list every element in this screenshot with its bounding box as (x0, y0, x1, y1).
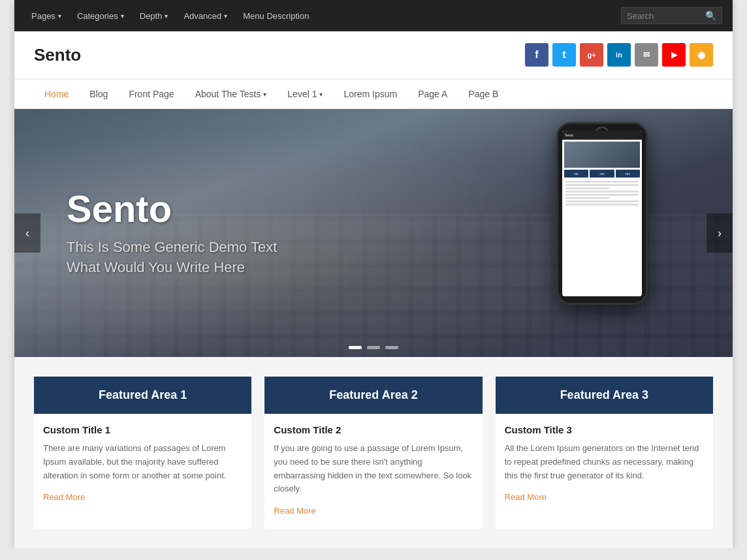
main-nav-page-a[interactable]: Page A (407, 80, 458, 108)
featured-header-2: Featured Area 2 (264, 377, 482, 414)
featured-header-3: Featured Area 3 (496, 377, 713, 414)
phone-body: Sento FA1 FA2 FA3 (556, 122, 648, 305)
slider-dot-1[interactable] (349, 346, 362, 349)
featured-text-2: If you are going to use a passage of Lor… (274, 442, 473, 496)
read-more-3[interactable]: Read More (505, 492, 547, 502)
main-nav: Home Blog Front Page About The Tests ▾ L… (14, 79, 733, 109)
social-linkedin[interactable]: in (607, 43, 631, 67)
main-nav-home[interactable]: Home (34, 80, 79, 108)
hero-phone-mockup: Sento FA1 FA2 FA3 (550, 122, 654, 337)
featured-text-1: There are many variations of passages of… (43, 442, 242, 482)
top-nav-categories[interactable]: Categories ▾ (71, 0, 131, 31)
social-facebook[interactable]: f (525, 43, 548, 67)
top-nav: Pages ▾ Categories ▾ Depth ▾ Advanced ▾ … (14, 0, 733, 31)
read-more-1[interactable]: Read More (43, 492, 85, 502)
site-logo: Sento (34, 45, 81, 65)
phone-screen: Sento FA1 FA2 FA3 (562, 131, 642, 296)
chevron-down-icon: ▾ (165, 12, 168, 20)
featured-text-3: All the Lorem Ipsum generators on the In… (505, 442, 704, 482)
chevron-down-icon: ▾ (319, 91, 323, 98)
featured-title-3: Custom Title 3 (505, 424, 704, 435)
top-nav-search-box: 🔍 (621, 7, 722, 24)
featured-section: Featured Area 1 Custom Title 1 There are… (14, 357, 733, 548)
top-nav-pages[interactable]: Pages ▾ (25, 0, 68, 31)
read-more-2[interactable]: Read More (274, 506, 315, 516)
social-twitter[interactable]: t (552, 43, 576, 67)
main-nav-about-tests[interactable]: About The Tests ▾ (185, 80, 278, 108)
chevron-down-icon: ▾ (224, 12, 227, 20)
chevron-down-icon: ▾ (121, 12, 124, 20)
top-nav-advanced[interactable]: Advanced ▾ (177, 0, 234, 31)
main-nav-blog[interactable]: Blog (79, 80, 118, 108)
search-input[interactable] (627, 11, 705, 21)
main-nav-page-b[interactable]: Page B (458, 80, 509, 108)
top-nav-depth[interactable]: Depth ▾ (133, 0, 175, 31)
featured-header-1: Featured Area 1 (34, 377, 251, 414)
main-nav-level1[interactable]: Level 1 ▾ (277, 80, 333, 108)
featured-title-1: Custom Title 1 (43, 424, 242, 435)
social-youtube[interactable]: ▶ (662, 43, 686, 67)
chevron-down-icon: ▾ (58, 12, 61, 20)
featured-body-1: Custom Title 1 There are many variations… (34, 414, 251, 515)
search-icon[interactable]: 🔍 (705, 10, 716, 21)
site-header: Sento f t g+ in ✉ ▶ ◉ (14, 31, 733, 79)
main-nav-front-page[interactable]: Front Page (118, 80, 184, 108)
top-nav-menu-description[interactable]: Menu Description (236, 0, 315, 31)
slider-prev-button[interactable]: ‹ (14, 213, 40, 253)
main-nav-lorem-ipsum[interactable]: Lorem Ipsum (333, 80, 407, 108)
social-icons: f t g+ in ✉ ▶ ◉ (525, 43, 713, 67)
slider-dot-2[interactable] (367, 346, 380, 349)
featured-area-2: Featured Area 2 Custom Title 2 If you ar… (264, 377, 482, 529)
featured-area-3: Featured Area 3 Custom Title 3 All the L… (496, 377, 713, 529)
hero-slider: ‹ Sento This Is Some Generic Demo Text W… (14, 109, 733, 357)
chevron-down-icon: ▾ (263, 91, 266, 98)
slider-dots (349, 346, 398, 349)
featured-title-2: Custom Title 2 (274, 424, 473, 435)
featured-area-1: Featured Area 1 Custom Title 1 There are… (34, 377, 251, 529)
featured-body-2: Custom Title 2 If you are going to use a… (264, 414, 482, 529)
social-email[interactable]: ✉ (635, 43, 658, 67)
social-rss[interactable]: ◉ (690, 43, 713, 67)
social-google-plus[interactable]: g+ (580, 43, 603, 67)
outer-wrapper: Pages ▾ Categories ▾ Depth ▾ Advanced ▾ … (14, 0, 733, 548)
slider-next-button[interactable]: › (707, 213, 733, 253)
featured-body-3: Custom Title 3 All the Lorem Ipsum gener… (496, 414, 713, 515)
slider-dot-3[interactable] (385, 346, 398, 349)
top-nav-left: Pages ▾ Categories ▾ Depth ▾ Advanced ▾ … (25, 0, 315, 31)
